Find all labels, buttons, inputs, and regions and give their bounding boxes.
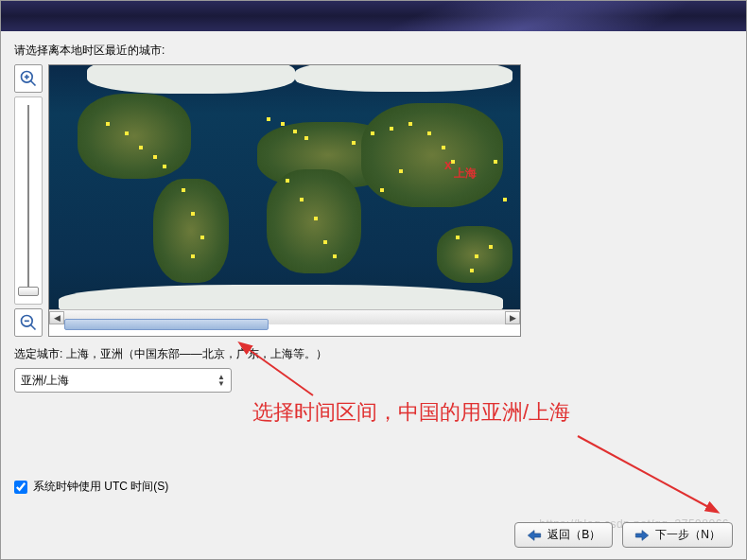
arrow-left-icon	[527, 529, 542, 542]
map-area: x 上海 ◀ ▶	[14, 64, 733, 337]
footer-buttons: 返回（B） 下一步（N）	[514, 522, 733, 548]
spinner-icon: ▲▼	[217, 374, 225, 387]
selected-city-marker: x	[444, 158, 452, 171]
svg-line-8	[578, 436, 710, 508]
utc-checkbox-row: 系统时钟使用 UTC 时间(S)	[14, 479, 168, 495]
zoom-out-button[interactable]	[14, 308, 43, 337]
next-button[interactable]: 下一步（N）	[622, 522, 733, 548]
selected-city-marker-label: 上海	[454, 166, 477, 182]
scroll-right-button[interactable]: ▶	[505, 311, 520, 324]
window-header	[1, 1, 746, 31]
annotation-arrow-2	[568, 427, 729, 521]
prompt-label: 请选择离本地时区最近的城市:	[14, 43, 733, 59]
zoom-controls	[14, 64, 43, 337]
back-button[interactable]: 返回（B）	[514, 522, 613, 548]
utc-checkbox[interactable]	[14, 481, 27, 494]
svg-line-1	[31, 81, 36, 86]
zoom-slider[interactable]	[14, 96, 43, 305]
back-button-label: 返回（B）	[547, 527, 600, 543]
world-map[interactable]: x 上海 ◀ ▶	[48, 64, 521, 337]
next-button-label: 下一步（N）	[655, 527, 721, 543]
zoom-in-icon	[19, 69, 38, 88]
utc-checkbox-label: 系统时钟使用 UTC 时间(S)	[33, 479, 168, 495]
annotation-text: 选择时间区间，中国的用亚洲/上海	[252, 398, 570, 427]
map-horizontal-scrollbar[interactable]: ◀ ▶	[49, 309, 520, 324]
arrow-right-icon	[634, 529, 650, 542]
zoom-in-button[interactable]	[14, 64, 43, 93]
selected-city-label: 选定城市: 上海，亚洲（中国东部——北京，广东，上海等。）	[14, 346, 733, 362]
scroll-thumb[interactable]	[64, 319, 269, 330]
scroll-left-button[interactable]: ◀	[49, 311, 64, 324]
timezone-select-value: 亚洲/上海	[21, 373, 69, 389]
world-map-canvas[interactable]: x 上海	[49, 65, 520, 309]
svg-line-5	[31, 325, 36, 330]
timezone-select[interactable]: 亚洲/上海 ▲▼	[14, 368, 232, 393]
zoom-out-icon	[19, 313, 38, 332]
zoom-slider-thumb[interactable]	[18, 287, 39, 296]
